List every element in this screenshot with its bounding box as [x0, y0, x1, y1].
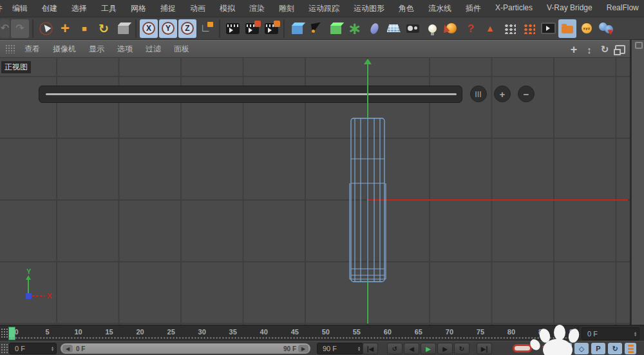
viewport-menu-item-0[interactable]: 查看 [24, 44, 40, 55]
record-keyframe-button[interactable] [513, 344, 532, 352]
menu-item-9[interactable]: 雕刻 [279, 3, 294, 14]
render-queue-icon[interactable] [539, 19, 557, 38]
help-icon[interactable]: ? [462, 19, 480, 38]
xpresso-icon[interactable]: xyz [578, 19, 596, 38]
menu-item-0[interactable]: 编辑 [12, 3, 28, 14]
menu-item-3[interactable]: 工具 [101, 3, 117, 14]
range-start-stepper[interactable]: ▴▾ [52, 346, 53, 351]
render-view-button[interactable] [223, 19, 242, 38]
add-cube-object-button[interactable] [288, 19, 306, 38]
light-icon[interactable] [423, 19, 441, 38]
hud-slider[interactable] [39, 86, 462, 103]
previous-frame-button[interactable]: ◀ [404, 343, 419, 354]
play-backwards-button[interactable]: ↺ [387, 343, 402, 354]
hud-minus-button[interactable]: − [518, 86, 535, 102]
menu-item-16[interactable]: V-Ray Bridge [547, 3, 592, 14]
ruler-frame-15: 15 [105, 328, 113, 336]
current-frame-field[interactable]: 0 F ▴▾ [582, 327, 639, 340]
viewport-menu-item-4[interactable]: 过滤 [146, 44, 161, 55]
menu-item-17[interactable]: RealFlow [607, 3, 639, 14]
hud-bars-button[interactable]: ||| [470, 86, 487, 102]
asset-download-icon[interactable]: ▼ [597, 19, 615, 38]
pan-view-icon[interactable]: + [568, 44, 580, 55]
frame-stepper[interactable]: ▴▾ [634, 331, 636, 336]
viewport-grip-icon[interactable] [5, 44, 15, 53]
viewport-menu-item-1[interactable]: 摄像机 [53, 44, 76, 55]
next-frame-button[interactable]: ▶ [437, 343, 453, 354]
menu-item-13[interactable]: 流水线 [428, 3, 451, 14]
hud-plus-button[interactable]: + [494, 86, 511, 102]
move-tool-icon[interactable]: + [56, 19, 74, 38]
hud-slider-track[interactable] [46, 93, 457, 95]
menu-item-15[interactable]: X-Particles [495, 3, 533, 14]
goto-start-button[interactable]: |◀ [363, 343, 378, 354]
range-right-handle[interactable]: ▶ [298, 345, 308, 352]
select-tool-icon[interactable] [37, 19, 55, 38]
range-end-field[interactable]: 90 F ▴▾ [317, 343, 363, 354]
mograph-icon[interactable] [520, 19, 538, 38]
record-parameter-toggle[interactable]: P [591, 343, 605, 354]
range-start-field[interactable]: 0 F ▴▾ [9, 343, 57, 354]
goto-end-button[interactable]: ▶| [477, 343, 492, 354]
character-icon[interactable]: ▲ [481, 19, 499, 38]
zoom-view-icon[interactable]: ↕ [583, 44, 595, 55]
transport-bar: 0 F ▴▾ ◀ 0 F 90 F ▶ 90 F ▴▾ |◀↺◀▶▶↻▶| ? … [0, 341, 644, 355]
menu-item-5[interactable]: 捕捉 [160, 3, 176, 14]
menu-item-10[interactable]: 运动跟踪 [308, 3, 339, 14]
play-mode-button[interactable]: ↻ [454, 343, 469, 354]
spline-pen-icon[interactable] [307, 19, 325, 38]
undo-icon[interactable]: ↶ [0, 19, 10, 38]
x-axis-lock-button[interactable]: X [140, 19, 158, 38]
viewport-menu-item-5[interactable]: 面板 [174, 44, 189, 55]
menu-item-6[interactable]: 动画 [190, 3, 205, 14]
render-to-picture-viewer-button[interactable] [243, 19, 261, 38]
rotate-tool-icon[interactable]: ↻ [95, 19, 113, 38]
menu-item-partial[interactable]: 件 [0, 3, 6, 14]
transport-grip-icon[interactable] [1, 343, 8, 353]
play-forwards-button[interactable]: ▶ [421, 343, 436, 354]
preview-range-slider[interactable]: ◀ 0 F 90 F ▶ [61, 343, 310, 354]
menu-item-2[interactable]: 选择 [71, 3, 87, 14]
record-scale-toggle[interactable]: ◇ [574, 343, 589, 354]
content-browser-button[interactable] [558, 19, 576, 38]
record-rotation-toggle[interactable]: ↻ [608, 343, 622, 354]
record-options-button[interactable]: ? [537, 343, 551, 354]
timeline-ruler[interactable]: 051015202530354045505560657075808590 0 F… [0, 325, 644, 341]
menu-item-4[interactable]: 网格 [131, 3, 146, 14]
scale-tool-icon[interactable]: ■ [75, 19, 93, 38]
last-used-tool-icon[interactable] [114, 19, 132, 38]
deformer-icon[interactable]: ∗ [346, 19, 364, 38]
render-settings-button[interactable] [262, 19, 280, 38]
range-left-handle[interactable]: ◀ [62, 345, 73, 352]
wireframe-cylinder[interactable] [350, 118, 386, 282]
material-icon[interactable] [442, 19, 460, 38]
viewport-menu-item-2[interactable]: 显示 [89, 44, 104, 55]
menu-item-7[interactable]: 模拟 [220, 3, 235, 14]
viewport-menu-item-3[interactable]: 选项 [117, 44, 133, 55]
range-end-stepper[interactable]: ▴▾ [358, 346, 360, 351]
record-pla-toggle[interactable] [625, 343, 636, 354]
range-end-label: 90 F [283, 345, 296, 352]
menu-item-12[interactable]: 角色 [399, 3, 414, 14]
menu-item-14[interactable]: 插件 [466, 3, 481, 14]
viewport-canvas[interactable]: 正视图 |||+− Y X [0, 58, 630, 325]
maximize-view-icon[interactable] [614, 44, 626, 55]
record-position-toggle[interactable]: ◆ [558, 343, 572, 354]
floor-icon[interactable] [384, 19, 402, 38]
z-axis-lock-button[interactable]: Z [178, 19, 196, 38]
rotate-view-icon[interactable]: ↻ [599, 44, 611, 55]
menu-item-8[interactable]: 渲染 [249, 3, 265, 14]
panel-corner-icon[interactable] [635, 42, 643, 49]
coordinate-system-icon[interactable]: ∟ [198, 19, 216, 38]
redo-icon[interactable]: ↷ [11, 19, 29, 38]
y-axis-lock-button[interactable]: Y [159, 19, 177, 38]
camera-icon[interactable] [404, 19, 422, 38]
environment-icon[interactable] [365, 19, 383, 38]
menu-item-11[interactable]: 运动图形 [354, 3, 384, 14]
menu-items: 编辑创建选择工具网格捕捉动画模拟渲染雕刻运动跟踪运动图形角色流水线插件X-Par… [6, 3, 644, 14]
menu-item-1[interactable]: 创建 [42, 3, 57, 14]
subdivision-surface-icon[interactable] [327, 19, 345, 38]
particles-icon[interactable] [500, 19, 518, 38]
view-label[interactable]: 正视图 [1, 61, 31, 73]
ruler-grip-icon[interactable] [1, 328, 8, 339]
